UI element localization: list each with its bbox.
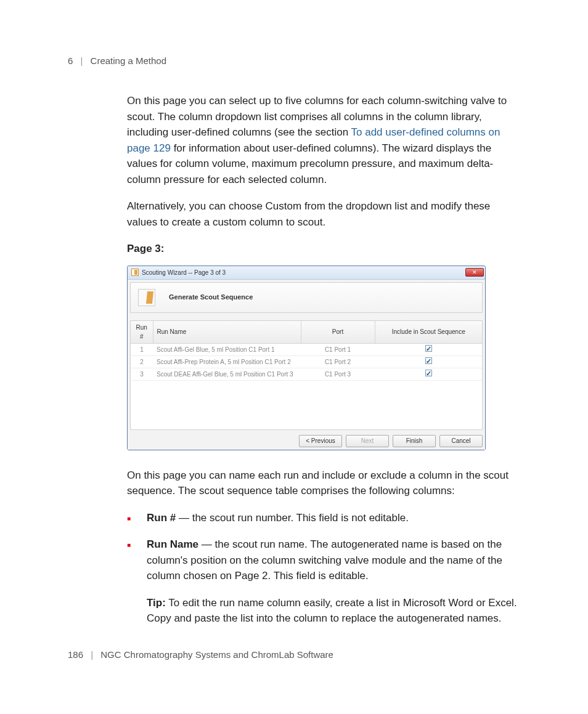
titlebar: Scouting Wizard -- Page 3 of 3 ✕ [128,266,485,280]
next-button: Next [346,435,389,447]
paragraph-1: On this page you can select up to five c… [127,93,520,187]
scout-sequence-table: Run # Run Name Port Include in Scout Seq… [131,321,482,381]
finish-button[interactable]: Finish [393,435,436,447]
scout-sequence-grid: Run # Run Name Port Include in Scout Seq… [130,320,483,430]
cell-name[interactable]: Scout Affi-Prep Protein A, 5 ml Position… [153,355,301,368]
paragraph-2: Alternatively, you can choose Custom fro… [127,198,520,230]
cell-include[interactable] [375,355,482,368]
chapter-title: Creating a Method [91,55,166,66]
wizard-button-bar: < Previous Next Finish Cancel [128,432,485,450]
footer-separator: | [91,649,93,660]
wizard-panel-title: Generate Scout Sequence [169,292,253,302]
app-icon [131,269,139,276]
cell-include[interactable] [375,368,482,380]
tip-text: To edit the run name column easily, crea… [147,597,517,625]
cell-run: 2 [131,355,153,368]
col-header-include[interactable]: Include in Scout Sequence [375,321,482,344]
col-header-run[interactable]: Run # [131,321,153,344]
list-item: Run Name — the scout run name. The autog… [127,537,520,584]
paragraph-3: On this page you can name each run and i… [127,468,520,499]
page-content: On this page you can select up to five c… [127,93,520,627]
heading-page-3: Page 3: [127,241,520,257]
cell-run: 1 [131,343,153,355]
bullet-term: Run Name [147,538,198,550]
running-header: 6 | Creating a Method [68,55,520,66]
cell-name[interactable]: Scout Affi-Gel Blue, 5 ml Position C1 Po… [153,343,301,355]
wizard-window: Scouting Wizard -- Page 3 of 3 ✕ Generat… [127,266,486,450]
doc-title: NGC Chromatography Systems and ChromLab … [100,649,333,660]
tip-label: Tip: [147,597,166,609]
col-header-runname[interactable]: Run Name [153,321,301,344]
cell-run: 3 [131,368,153,380]
cell-name[interactable]: Scout DEAE Affi-Gel Blue, 5 ml Position … [153,368,301,380]
bullet-dash: — [198,538,214,550]
checkbox-icon[interactable] [425,357,432,364]
paragraph-1b: for information about user-defined colum… [127,142,493,185]
cell-port: C1 Port 3 [301,368,375,380]
column-definitions-list: Run # — the scout run number. This field… [127,510,520,584]
checkbox-icon[interactable] [425,370,432,376]
table-row[interactable]: 3 Scout DEAE Affi-Gel Blue, 5 ml Positio… [131,368,482,380]
running-footer: 186 | NGC Chromatography Systems and Chr… [68,649,333,660]
chapter-number: 6 [68,55,73,66]
wizard-header-panel: Generate Scout Sequence [130,282,483,313]
col-header-port[interactable]: Port [301,321,375,344]
cell-port: C1 Port 2 [301,355,375,368]
header-separator: | [81,55,83,66]
bullet-term: Run # [147,512,176,524]
bullet-desc: the scout run number. This field is not … [192,512,409,524]
window-title: Scouting Wizard -- Page 3 of 3 [142,268,465,277]
page-number: 186 [68,649,83,660]
checkbox-icon[interactable] [425,345,432,352]
wizard-icon [138,289,155,306]
cell-include[interactable] [375,343,482,355]
cell-port: C1 Port 1 [301,343,375,355]
tip-block: Tip: To edit the run name column easily,… [127,595,520,627]
close-button[interactable]: ✕ [465,268,484,277]
previous-button[interactable]: < Previous [299,435,342,447]
table-row[interactable]: 1 Scout Affi-Gel Blue, 5 ml Position C1 … [131,343,482,355]
cancel-button[interactable]: Cancel [439,435,483,447]
bullet-dash: — [176,512,192,524]
list-item: Run # — the scout run number. This field… [127,510,520,526]
table-row[interactable]: 2 Scout Affi-Prep Protein A, 5 ml Positi… [131,355,482,368]
